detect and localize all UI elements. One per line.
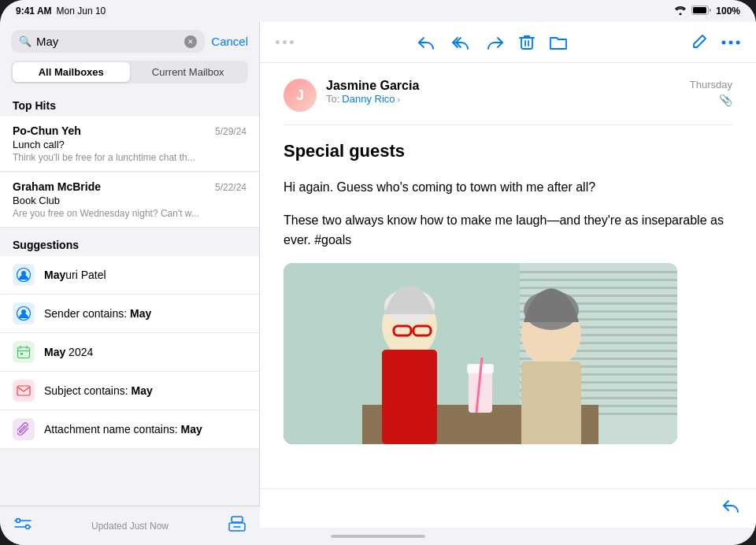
- attachment-icon: 📎: [719, 94, 732, 106]
- person-icon: [13, 264, 35, 286]
- suggestion-label: Sender contains: May: [44, 307, 151, 320]
- email-preview: Are you free on Wednesday night? Can't w…: [13, 208, 246, 219]
- email-header-right: Thursday 📎: [690, 79, 732, 106]
- search-icon: 🔍: [19, 35, 32, 47]
- svg-point-16: [736, 40, 740, 44]
- svg-point-10: [26, 525, 30, 528]
- battery-percent: 100%: [716, 6, 740, 17]
- clear-search-button[interactable]: [184, 35, 197, 48]
- suggestion-label: Attachment name contains: May: [44, 423, 202, 436]
- bottom-bar: Updated Just Now: [0, 506, 260, 528]
- email-paragraph-1: Hi again. Guess who's coming to town wit…: [284, 177, 732, 198]
- mail-icon: [13, 380, 35, 402]
- suggestion-label: May 2024: [44, 346, 93, 358]
- battery-icon: [691, 6, 711, 17]
- svg-rect-43: [382, 350, 437, 444]
- sender-avatar: J: [284, 79, 317, 112]
- email-meta: Jasmine Garcia To: Danny Rico ›: [326, 79, 680, 105]
- status-time: 9:41 AM: [16, 6, 52, 17]
- calendar-icon: [13, 341, 35, 363]
- bottom-reply-bar: [260, 488, 756, 528]
- tab-current-mailbox[interactable]: Current Mailbox: [130, 62, 247, 82]
- svg-rect-13: [521, 38, 532, 49]
- chevron-icon: ›: [398, 95, 401, 104]
- email-subject: Lunch call?: [13, 139, 246, 150]
- svg-rect-19: [520, 271, 677, 273]
- toolbar-right: [690, 34, 740, 51]
- email-sender: Po-Chun Yeh: [13, 124, 81, 137]
- email-from: Jasmine Garcia: [326, 79, 680, 93]
- email-paragraph-2: These two always know how to make me lau…: [284, 210, 732, 250]
- toolbar-actions: [417, 34, 568, 51]
- email-preview: Think you'll be free for a lunchtime cha…: [13, 152, 246, 163]
- tab-all-mailboxes[interactable]: All Mailboxes: [13, 62, 130, 82]
- scope-tabs: All Mailboxes Current Mailbox: [11, 61, 248, 83]
- email-to-name[interactable]: Danny Rico: [342, 93, 395, 105]
- suggestions-section: Suggestions Mayuri Patel: [0, 231, 259, 449]
- toolbar-dot: [283, 40, 287, 44]
- folder-button[interactable]: [549, 35, 568, 50]
- email-timestamp: Thursday: [690, 79, 732, 91]
- reply-all-button[interactable]: [450, 35, 472, 50]
- status-date: Mon Jun 10: [57, 6, 106, 17]
- svg-rect-49: [521, 361, 581, 444]
- svg-rect-12: [232, 517, 243, 522]
- suggestion-label: Subject contains: May: [44, 384, 153, 397]
- email-toolbar: [260, 22, 756, 63]
- status-bar-left: 9:41 AM Mon Jun 10: [16, 6, 106, 17]
- status-bar: 9:41 AM Mon Jun 10 100%: [0, 0, 756, 22]
- email-header: J Jasmine Garcia To: Danny Rico › Thursd…: [284, 79, 732, 125]
- left-panel: 🔍 May Cancel All Mailboxes Current Mailb…: [0, 22, 260, 528]
- search-input-wrap[interactable]: 🔍 May: [11, 30, 205, 53]
- email-to: To: Danny Rico ›: [326, 93, 680, 105]
- update-status: Updated Just Now: [91, 521, 169, 528]
- toolbar-dots: [276, 40, 294, 44]
- email-sender: Graham McBride: [13, 180, 101, 193]
- compose-button[interactable]: [690, 34, 707, 51]
- svg-rect-20: [520, 279, 677, 281]
- suggestion-may-2024[interactable]: May 2024: [0, 333, 259, 372]
- toolbar-dot: [276, 40, 280, 44]
- main-content: 🔍 May Cancel All Mailboxes Current Mailb…: [0, 22, 756, 528]
- search-bar: 🔍 May Cancel: [0, 22, 259, 61]
- svg-rect-6: [18, 347, 30, 358]
- svg-point-14: [722, 40, 726, 44]
- top-hits-header: Top Hits: [0, 91, 259, 117]
- email-item-pochun[interactable]: Po-Chun Yeh 5/29/24 Lunch call? Think yo…: [0, 117, 259, 172]
- forward-button[interactable]: [486, 35, 505, 50]
- reply-button[interactable]: [417, 35, 435, 50]
- reply-bottom-button[interactable]: [721, 498, 740, 520]
- mailboxes-icon[interactable]: [228, 516, 246, 528]
- suggestion-subject-contains[interactable]: Subject contains: May: [0, 372, 259, 410]
- suggestion-sender-contains[interactable]: Sender contains: May: [0, 295, 259, 333]
- suggestion-mayuri[interactable]: Mayuri Patel: [0, 256, 259, 295]
- email-subject-main: Special guests: [284, 141, 732, 161]
- suggestions-header: Suggestions: [0, 231, 259, 256]
- home-bar: [331, 535, 425, 538]
- email-image: [284, 263, 677, 444]
- svg-rect-1: [693, 7, 706, 13]
- paperclip-icon: [13, 418, 35, 440]
- email-item-graham[interactable]: Graham McBride 5/22/24 Book Club Are you…: [0, 172, 259, 228]
- more-button[interactable]: [721, 40, 740, 45]
- svg-rect-8: [17, 386, 30, 395]
- trash-button[interactable]: [519, 34, 535, 51]
- search-input[interactable]: May: [36, 35, 180, 48]
- wifi-icon: [674, 6, 687, 17]
- email-content: J Jasmine Garcia To: Danny Rico › Thursd…: [260, 63, 756, 488]
- email-date: 5/29/24: [215, 126, 246, 137]
- suggestion-attachment-contains[interactable]: Attachment name contains: May: [0, 410, 259, 449]
- svg-rect-21: [520, 287, 677, 289]
- suggestion-label: Mayuri Patel: [44, 269, 106, 281]
- email-body: Hi again. Guess who's coming to town wit…: [284, 177, 732, 250]
- svg-rect-7: [20, 353, 23, 355]
- right-panel: J Jasmine Garcia To: Danny Rico › Thursd…: [260, 22, 756, 528]
- cancel-button[interactable]: Cancel: [211, 35, 248, 48]
- toolbar-dot: [290, 40, 294, 44]
- ipad-frame: 9:41 AM Mon Jun 10 100%: [0, 0, 756, 545]
- person-icon: [13, 302, 35, 324]
- svg-point-15: [729, 40, 733, 44]
- email-subject: Book Club: [13, 195, 246, 206]
- email-date: 5/22/24: [215, 182, 246, 193]
- filter-icon[interactable]: [14, 517, 32, 528]
